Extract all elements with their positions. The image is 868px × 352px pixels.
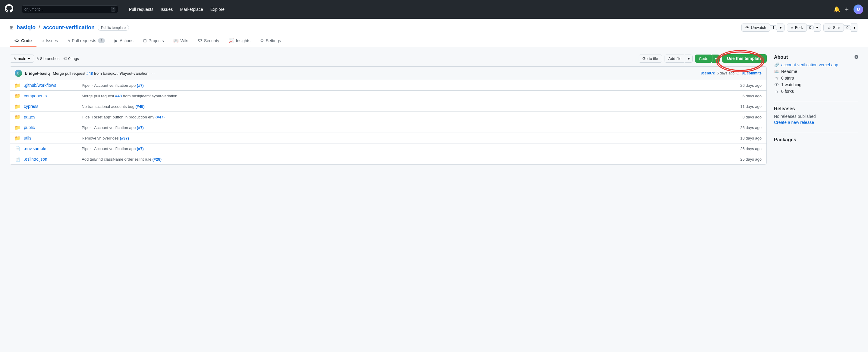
go-to-file-button[interactable]: Go to file xyxy=(639,55,662,63)
repo-sidebar: About ⚙ 🔗 account-verification.vercel.ap… xyxy=(774,54,858,165)
file-time-7: 25 days ago xyxy=(740,157,762,162)
add-file-button[interactable]: Add file xyxy=(664,55,685,63)
tab-security[interactable]: 🛡 Security xyxy=(193,35,224,47)
file-name-0[interactable]: .github/workflows xyxy=(24,83,78,88)
file-pr-link-2[interactable]: (#45) xyxy=(135,104,145,109)
about-gear-icon[interactable]: ⚙ xyxy=(854,54,858,60)
branches-link[interactable]: ⑃ 8 branches xyxy=(36,56,59,61)
releases-none-text: No releases published xyxy=(774,114,858,119)
folder-icon-5: 📁 xyxy=(15,135,20,141)
file-name-6[interactable]: .env.sample xyxy=(24,146,78,151)
star-button[interactable]: ☆ Star xyxy=(824,24,844,32)
tab-wiki[interactable]: 📖 Wiki xyxy=(168,35,193,47)
sidebar-divider-2 xyxy=(774,132,858,132)
file-time-4: 26 days ago xyxy=(740,125,762,130)
use-template-button[interactable]: Use this template xyxy=(722,54,767,63)
file-row: 📁 utils Remove vh overrides (#37) 18 day… xyxy=(10,133,767,143)
file-pr-link-6[interactable]: (#7) xyxy=(137,147,144,151)
file-pr-link-3[interactable]: (#47) xyxy=(156,115,164,119)
file-commit-7: Add tailwind className order eslint rule… xyxy=(82,157,737,162)
file-row: 📁 components Merge pull request #48 from… xyxy=(10,91,767,101)
nav-explore[interactable]: Explore xyxy=(210,7,224,12)
file-table: B bridget-basiq Merge pull request #48 f… xyxy=(10,66,767,165)
file-row: 📁 public Piper - Account verification ap… xyxy=(10,122,767,133)
file-row: 📁 .github/workflows Piper - Account veri… xyxy=(10,80,767,91)
fork-dropdown[interactable]: ▾ xyxy=(814,24,821,32)
website-link[interactable]: account-verification.vercel.app xyxy=(781,62,838,67)
commits-count-link[interactable]: 81 commits xyxy=(742,71,762,75)
eye-icon: 👁 xyxy=(745,25,749,30)
star-dropdown[interactable]: ▾ xyxy=(851,24,858,32)
folder-icon-3: 📁 xyxy=(15,114,20,120)
branch-selector[interactable]: ⑃ main ▾ xyxy=(10,55,34,63)
file-name-5[interactable]: utils xyxy=(24,136,78,140)
file-commit-3: Hide "Reset app" button in production en… xyxy=(82,115,739,119)
file-time-5: 18 days ago xyxy=(740,136,762,140)
commit-sha[interactable]: 8ccb07c xyxy=(701,71,715,75)
repo-title-row: ⊞ basiqio / account-verification Public … xyxy=(10,24,858,32)
about-title: About ⚙ xyxy=(774,54,858,60)
unwatch-button[interactable]: 👁 Unwatch xyxy=(741,24,770,32)
repo-icon: ⊞ xyxy=(10,25,13,30)
file-time-0: 26 days ago xyxy=(740,83,762,88)
branch-name: main xyxy=(18,56,26,61)
fork-icon: ⑃ xyxy=(791,25,793,30)
file-name-1[interactable]: components xyxy=(24,93,78,98)
code-dropdown[interactable]: ▾ xyxy=(712,55,720,63)
readme-label: Readme xyxy=(781,69,797,74)
projects-icon: ⊞ xyxy=(143,38,147,43)
file-pr-link-4[interactable]: (#7) xyxy=(137,125,144,130)
github-logo-icon[interactable] xyxy=(5,4,13,14)
tab-issues[interactable]: ○ Issues xyxy=(36,35,63,47)
commit-pr-link[interactable]: #48 xyxy=(87,71,93,76)
tab-actions[interactable]: ▶ Actions xyxy=(110,35,138,47)
nav-pull-requests[interactable]: Pull requests xyxy=(129,7,153,12)
create-new-icon[interactable]: + xyxy=(845,5,849,13)
tab-security-label: Security xyxy=(204,38,219,43)
tags-link[interactable]: 🏷 0 tags xyxy=(63,56,79,61)
pr-icon: ⑃ xyxy=(67,38,70,43)
file-name-3[interactable]: pages xyxy=(24,115,78,119)
sidebar-divider-1 xyxy=(774,101,858,101)
tab-projects[interactable]: ⊞ Projects xyxy=(138,35,169,47)
avatar[interactable]: U xyxy=(854,4,863,14)
issues-icon: ○ xyxy=(41,38,44,43)
file-commit-0: Piper - Account verification app (#7) xyxy=(82,83,737,88)
code-button[interactable]: Code xyxy=(695,55,712,63)
file-name-2[interactable]: cypress xyxy=(24,104,78,109)
commit-time: 6 days ago xyxy=(717,71,735,75)
commit-author-name[interactable]: bridget-basiq xyxy=(25,71,50,76)
file-pr-link-1[interactable]: #48 xyxy=(115,94,122,98)
repo-name[interactable]: account-verification xyxy=(43,24,95,31)
create-release-link[interactable]: Create a new release xyxy=(774,120,814,125)
repo-main: ⑃ main ▾ ⑃ 8 branches 🏷 0 tags Go to fil… xyxy=(10,54,767,165)
file-pr-link-5[interactable]: (#37) xyxy=(120,136,129,140)
tab-actions-label: Actions xyxy=(120,38,133,43)
unwatch-dropdown[interactable]: ▾ xyxy=(777,24,784,32)
search-input[interactable]: or jump to... / xyxy=(22,5,118,13)
commit-ellipsis[interactable]: ··· xyxy=(151,71,155,76)
notifications-icon[interactable]: 🔔 xyxy=(833,6,840,13)
file-time-3: 8 days ago xyxy=(742,115,762,119)
file-name-7[interactable]: .eslintrc.json xyxy=(24,157,78,162)
tab-settings[interactable]: ⚙ Settings xyxy=(255,35,286,47)
unwatch-group: 👁 Unwatch 1 ▾ xyxy=(741,24,784,32)
file-pr-link-0[interactable]: (#7) xyxy=(137,83,144,88)
stars-sidebar-icon: ☆ xyxy=(774,76,779,81)
file-time-2: 11 days ago xyxy=(740,104,762,109)
fork-button[interactable]: ⑃ Fork xyxy=(787,24,807,32)
watching-row: 👁 1 watching xyxy=(774,82,858,87)
search-bar[interactable]: or jump to... / xyxy=(22,5,118,13)
file-name-4[interactable]: public xyxy=(24,125,78,130)
nav-issues[interactable]: Issues xyxy=(161,7,173,12)
add-file-dropdown[interactable]: ▾ xyxy=(685,55,692,63)
tab-pull-requests[interactable]: ⑃ Pull requests 2 xyxy=(63,35,110,47)
nav-marketplace[interactable]: Marketplace xyxy=(180,7,203,12)
tab-code[interactable]: <> Code xyxy=(10,35,36,47)
tab-insights[interactable]: 📈 Insights xyxy=(224,35,255,47)
file-pr-link-7[interactable]: (#28) xyxy=(153,157,161,162)
repo-owner[interactable]: basiqio xyxy=(17,24,36,31)
main-content: ⑃ main ▾ ⑃ 8 branches 🏷 0 tags Go to fil… xyxy=(0,47,868,172)
file-icon-7: 📄 xyxy=(15,156,20,162)
commit-author-avatar: B xyxy=(15,70,22,77)
